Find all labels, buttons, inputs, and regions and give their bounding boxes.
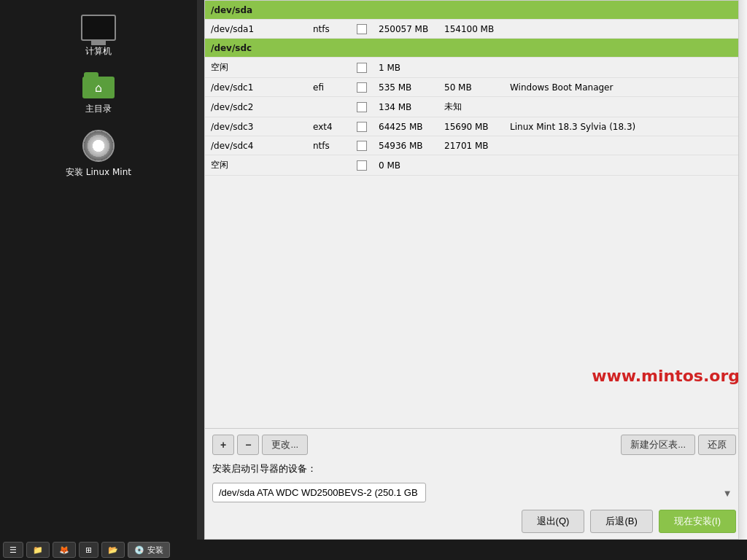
bootloader-select[interactable]: /dev/sda ATA WDC WD2500BEVS-2 (250.1 GB: [212, 483, 426, 502]
type-cell: ntfs: [313, 141, 357, 151]
device-cell: /dev/sdc3: [211, 122, 313, 132]
format-checkbox[interactable]: [357, 102, 367, 112]
format-checkbox[interactable]: [357, 24, 367, 34]
folder-icon: ⌂: [82, 72, 115, 98]
restore-button[interactable]: 还原: [698, 435, 736, 455]
type-cell: ext4: [313, 122, 357, 132]
quit-button[interactable]: 退出(Q): [522, 510, 585, 533]
back-button[interactable]: 后退(B): [590, 510, 652, 533]
add-partition-button[interactable]: +: [212, 435, 234, 455]
format-checkbox[interactable]: [357, 82, 367, 93]
device-cell: /dev/sdc1: [211, 82, 313, 93]
taskbar-files-button[interactable]: 📁: [26, 542, 50, 558]
table-row[interactable]: 空闲 1 MB: [205, 58, 743, 78]
size-cell: 0 MB: [379, 160, 444, 171]
device-cell: /dev/sda1: [211, 24, 313, 34]
cd-icon: [82, 130, 115, 162]
format-checkbox[interactable]: [357, 122, 367, 132]
used-cell: 未知: [444, 101, 510, 113]
desktop-icon-home[interactable]: ⌂ 主目录: [82, 72, 115, 115]
disk-sdc-label: /dev/sdc: [211, 43, 313, 53]
format-cell[interactable]: [357, 102, 379, 112]
format-cell[interactable]: [357, 141, 379, 151]
table-row[interactable]: /dev/sdc4 ntfs 54936 MB 21701 MB: [205, 136, 743, 155]
menu-icon: ☰: [9, 545, 17, 555]
computer-label: 计算机: [85, 45, 112, 58]
taskbar-browser-button[interactable]: 🦊: [53, 542, 76, 558]
monitor-icon: [81, 15, 116, 41]
disk-sda-label: /dev/sda: [211, 5, 313, 15]
bottom-controls: + − 更改... 新建分区表... 还原 安装启动引导器的设备： /dev/s…: [205, 428, 743, 539]
partition-table[interactable]: /dev/sda /dev/sda1 ntfs 250057 MB 154100…: [205, 1, 743, 428]
size-cell: 54936 MB: [379, 141, 444, 151]
install-now-button[interactable]: 现在安装(I): [659, 510, 736, 533]
install-label: 安装 Linux Mint: [66, 166, 131, 179]
format-checkbox[interactable]: [357, 63, 367, 73]
system-cell: Windows Boot Manager: [510, 82, 738, 93]
size-cell: 134 MB: [379, 102, 444, 112]
action-buttons: 退出(Q) 后退(B) 现在安装(I): [212, 510, 736, 533]
bootloader-row: 安装启动引导器的设备：: [212, 462, 736, 475]
table-row[interactable]: /dev/sdc1 efi 535 MB 50 MB Windows Boot …: [205, 78, 743, 97]
taskbar-install-button[interactable]: 💿 安装: [128, 542, 170, 558]
partition-dialog: /dev/sda /dev/sda1 ntfs 250057 MB 154100…: [204, 0, 744, 540]
disk-sda-header[interactable]: /dev/sda: [205, 1, 743, 20]
format-cell[interactable]: [357, 82, 379, 93]
size-cell: 64425 MB: [379, 122, 444, 132]
used-cell: 154100 MB: [444, 24, 510, 34]
type-cell: efi: [313, 82, 357, 93]
table-row[interactable]: /dev/sdc3 ext4 64425 MB 15690 MB Linux M…: [205, 117, 743, 136]
home-symbol: ⌂: [95, 81, 102, 95]
scrollbar[interactable]: [738, 0, 747, 540]
table-row[interactable]: /dev/sda1 ntfs 250057 MB 154100 MB: [205, 20, 743, 39]
table-row[interactable]: 空闲 0 MB: [205, 155, 743, 176]
browser-icon: 🦊: [59, 545, 69, 555]
desktop-icon-computer[interactable]: 计算机: [81, 15, 116, 58]
taskbar-menu-button[interactable]: ☰: [3, 542, 23, 558]
change-partition-button[interactable]: 更改...: [262, 435, 308, 455]
device-cell: /dev/sdc4: [211, 141, 313, 151]
format-cell[interactable]: [357, 160, 379, 171]
system-cell: Linux Mint 18.3 Sylvia (18.3): [510, 122, 738, 132]
size-cell: 250057 MB: [379, 24, 444, 34]
format-cell[interactable]: [357, 122, 379, 132]
desktop: 计算机 ⌂ 主目录 安装 Linux Mint: [0, 0, 197, 540]
taskbar: ☰ 📁 🦊 ⊞ 📂 💿 安装: [0, 540, 747, 560]
format-checkbox[interactable]: [357, 160, 367, 171]
bootloader-select-wrapper[interactable]: /dev/sda ATA WDC WD2500BEVS-2 (250.1 GB: [212, 483, 736, 502]
format-checkbox[interactable]: [357, 141, 367, 151]
format-cell[interactable]: [357, 63, 379, 73]
device-cell: 空闲: [211, 159, 313, 171]
table-row[interactable]: /dev/sdc2 134 MB 未知: [205, 97, 743, 117]
taskbar-folder-button[interactable]: 📂: [101, 542, 125, 558]
size-cell: 1 MB: [379, 63, 444, 73]
cd-taskbar-icon: 💿: [134, 545, 144, 555]
device-cell: /dev/sdc2: [211, 102, 313, 112]
folder-icon: 📂: [108, 545, 118, 555]
terminal-icon: ⊞: [85, 545, 92, 555]
disk-sdc-header[interactable]: /dev/sdc: [205, 39, 743, 58]
new-table-button[interactable]: 新建分区表...: [621, 435, 695, 455]
used-cell: 50 MB: [444, 82, 510, 93]
desktop-icon-install[interactable]: 安装 Linux Mint: [66, 130, 131, 179]
format-cell[interactable]: [357, 24, 379, 34]
size-cell: 535 MB: [379, 82, 444, 93]
used-cell: 21701 MB: [444, 141, 510, 151]
files-icon: 📁: [33, 545, 43, 555]
bootloader-select-row: /dev/sda ATA WDC WD2500BEVS-2 (250.1 GB: [212, 483, 736, 502]
remove-partition-button[interactable]: −: [237, 435, 259, 455]
used-cell: 15690 MB: [444, 122, 510, 132]
bootloader-label: 安装启动引导器的设备：: [212, 462, 317, 475]
taskbar-terminal-button[interactable]: ⊞: [79, 542, 98, 558]
type-cell: ntfs: [313, 24, 357, 34]
home-label: 主目录: [85, 103, 112, 115]
toolbar-row: + − 更改... 新建分区表... 还原: [212, 435, 736, 455]
device-cell: 空闲: [211, 61, 313, 74]
taskbar-install-label: 安装: [147, 545, 163, 556]
